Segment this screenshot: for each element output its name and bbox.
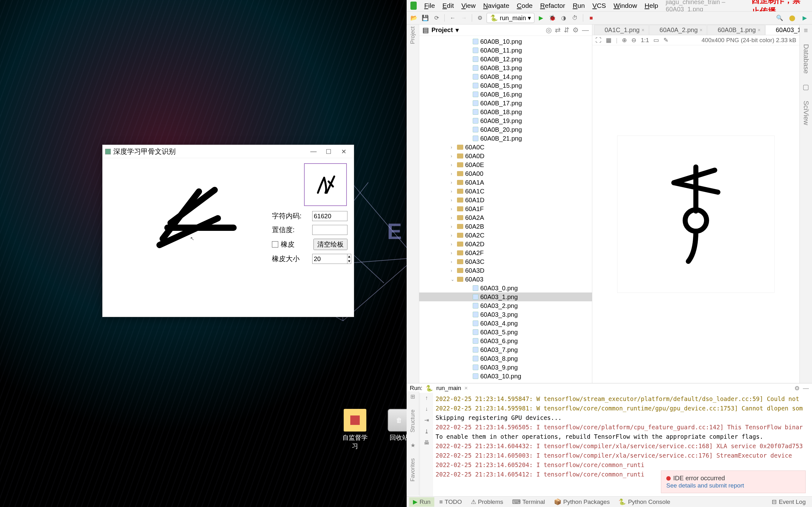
desktop-icon-folder[interactable]: 自监督学习 — [343, 409, 368, 450]
sb-pypkg[interactable]: 📦Python Packages — [550, 497, 614, 507]
tab-database[interactable]: Database — [802, 44, 810, 73]
tree-folder[interactable]: ›60A0E — [419, 160, 592, 169]
drawing-canvas[interactable]: ↖ — [108, 163, 257, 313]
maximize-button[interactable]: ☐ — [321, 148, 336, 155]
fit-icon[interactable]: ⛶ — [596, 37, 601, 44]
confidence-input[interactable] — [312, 225, 348, 235]
tree-file[interactable]: 60A0B_20.png — [419, 125, 592, 134]
tree-folder[interactable]: ›60A2D — [419, 240, 592, 248]
structure-icon[interactable]: ⊞ — [410, 393, 415, 400]
tree-file[interactable]: 60A03_7.png — [419, 345, 592, 354]
settings-icon[interactable]: ⚙ — [572, 26, 579, 34]
clear-canvas-button[interactable]: 清空绘板 — [313, 239, 348, 250]
tree-folder[interactable]: ›60A3D — [419, 266, 592, 275]
image-viewer[interactable] — [592, 45, 799, 383]
tree-file[interactable]: 60A03_10.png — [419, 372, 592, 381]
tree-folder[interactable]: ›60A2F — [419, 248, 592, 257]
menu-code[interactable]: Code — [517, 2, 532, 9]
tree-file[interactable]: 60A03_1.png — [419, 292, 592, 301]
run-config-combo[interactable]: 🐍run_main▾ — [487, 13, 535, 23]
tree-folder[interactable]: ›60A0D — [419, 152, 592, 160]
editor-tab[interactable]: 0A1C_1.png× — [594, 25, 649, 35]
scroll-icon[interactable]: ⤓ — [424, 428, 429, 435]
tree-folder-open[interactable]: ⌄60A03 — [419, 275, 592, 284]
spin-down-button[interactable]: ▼ — [348, 259, 351, 264]
down-icon[interactable]: ↓ — [425, 406, 428, 412]
menu-edit[interactable]: Edit — [443, 2, 454, 9]
tree-file[interactable]: 60A0B_14.png — [419, 72, 592, 81]
hide-icon[interactable]: — — [582, 26, 589, 34]
add-config-icon[interactable]: ⚙ — [475, 13, 485, 23]
tab-project[interactable]: Project — [409, 26, 416, 44]
menu-view[interactable]: View — [461, 2, 475, 9]
tree-file[interactable]: 60A03_5.png — [419, 328, 592, 337]
stop-icon[interactable]: ■ — [586, 13, 596, 23]
back-icon[interactable]: ← — [448, 13, 457, 23]
tree-folder[interactable]: ›60A3C — [419, 257, 592, 266]
menu-run[interactable]: Run — [573, 2, 585, 9]
sb-terminal[interactable]: ⌨Terminal — [508, 497, 549, 507]
menu-window[interactable]: Window — [613, 2, 637, 9]
print-icon[interactable]: 🖶 — [424, 439, 429, 446]
coverage-icon[interactable]: ◑ — [559, 13, 568, 23]
tree-file[interactable]: 60A03_2.png — [419, 301, 592, 310]
expand-icon[interactable]: ⇄ — [555, 26, 561, 34]
sb-problems[interactable]: ⚠Problems — [467, 497, 507, 507]
menu-refactor[interactable]: Refactor — [540, 2, 565, 9]
titlebar[interactable]: 深度学习甲骨文识别 — ☐ ✕ — [103, 145, 354, 158]
tree-folder[interactable]: ›60A0C — [419, 143, 592, 152]
tree-folder[interactable]: ›60A2B — [419, 222, 592, 231]
tree-folder[interactable]: ›60A00 — [419, 169, 592, 178]
tree-file[interactable]: 60A03_0.png — [419, 284, 592, 292]
open-icon[interactable]: 📂 — [409, 13, 419, 23]
spin-up-button[interactable]: ▲ — [348, 254, 351, 259]
tab-structure[interactable]: Structure — [409, 409, 416, 433]
zoom-out-icon[interactable]: ⊖ — [631, 37, 637, 44]
debug-icon[interactable]: 🐞 — [548, 13, 557, 23]
save-icon[interactable]: 💾 — [420, 13, 430, 23]
tree-file[interactable]: 60A0B_12.png — [419, 55, 592, 63]
color-picker-icon[interactable]: ✎ — [663, 37, 668, 44]
tree-folder[interactable]: ›60A2C — [419, 231, 592, 240]
run-icon[interactable]: ▶ — [536, 13, 546, 23]
eraser-checkbox[interactable] — [272, 241, 278, 247]
sb-pyconsole[interactable]: 🐍Python Console — [615, 497, 674, 507]
tree-folder[interactable]: ›60A1A — [419, 178, 592, 187]
run-tab[interactable]: run_main — [436, 385, 461, 392]
tree-folder[interactable]: ›60A1C — [419, 187, 592, 195]
tree-file[interactable]: 60A03_9.png — [419, 363, 592, 372]
sb-run[interactable]: ▶Run — [409, 497, 434, 507]
popup-link[interactable]: See details and submit report — [666, 482, 744, 489]
tree-file[interactable]: 60A03_3.png — [419, 310, 592, 319]
char-code-input[interactable] — [312, 211, 348, 221]
menu-vcs[interactable]: VCS — [592, 2, 606, 9]
favorites-icon[interactable]: ★ — [410, 442, 415, 449]
profile-icon[interactable]: ⏱ — [570, 13, 580, 23]
menu-navigate[interactable]: Navigate — [483, 2, 509, 9]
menu-help[interactable]: Help — [645, 2, 658, 9]
db-icon[interactable]: ≡ — [804, 26, 808, 35]
forward-icon[interactable]: → — [459, 13, 469, 23]
tab-favorites[interactable]: Favorites — [409, 458, 416, 482]
project-combo-icon[interactable]: ▤ — [422, 26, 429, 34]
tree-file[interactable]: 60A0B_18.png — [419, 108, 592, 116]
tree-file[interactable]: 60A0B_21.png — [419, 134, 592, 143]
tree-file[interactable]: 60A03_4.png — [419, 319, 592, 328]
sb-eventlog[interactable]: ⊟Event Log — [768, 497, 809, 507]
tree-file[interactable]: 60A03_8.png — [419, 354, 592, 363]
menu-file[interactable]: File — [424, 2, 435, 9]
close-button[interactable]: ✕ — [336, 148, 351, 155]
editor-tab[interactable]: 60A0A_2.png× — [649, 25, 707, 35]
gear-icon[interactable]: ⚙ — [794, 385, 800, 392]
sciview-icon[interactable]: ▢ — [803, 83, 809, 91]
tree-file[interactable]: 60A0B_11.png — [419, 46, 592, 55]
tree-file[interactable]: 60A03_6.png — [419, 337, 592, 345]
tree-folder[interactable]: ›60A1F — [419, 205, 592, 213]
search-icon[interactable]: 🔍 — [775, 13, 784, 23]
up-icon[interactable]: ↑ — [425, 395, 428, 401]
tree-file[interactable]: 60A0B_19.png — [419, 116, 592, 125]
tree-folder[interactable]: ›60A1D — [419, 195, 592, 205]
tree-folder[interactable]: ›60A2A — [419, 213, 592, 222]
hide-run-icon[interactable]: — — [803, 385, 809, 392]
project-tree[interactable]: 60A0B_10.png60A0B_11.png60A0B_12.png60A0… — [419, 36, 592, 383]
